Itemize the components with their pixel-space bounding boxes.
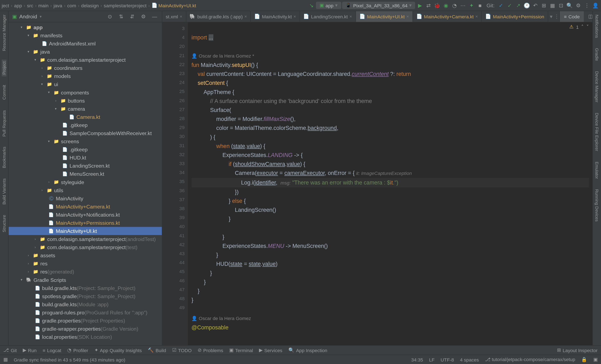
indent-setting[interactable]: 4 spaces — [460, 357, 479, 362]
git-update-icon[interactable]: ✓ — [497, 1, 505, 9]
crumb[interactable]: delasign — [81, 3, 99, 8]
git-push-icon[interactable]: ↗ — [514, 1, 522, 9]
close-icon[interactable]: × — [293, 14, 296, 19]
tree-manifests[interactable]: ▾📁manifests — [9, 31, 162, 39]
memory-icon[interactable]: ▣ — [593, 357, 598, 363]
tab-main-activity-ui[interactable]: 📄MainActivity+UI.kt× — [356, 11, 413, 22]
panel-title[interactable]: Android — [20, 14, 37, 19]
tree-wrapper-props[interactable]: 📄gradle-wrapper.properties (Gradle Versi… — [9, 325, 162, 333]
tree-java[interactable]: ▾📁java — [9, 48, 162, 56]
debug-button[interactable]: 🐞 — [433, 1, 441, 9]
tree-buttons[interactable]: ›📁buttons — [9, 96, 162, 105]
cursor-position[interactable]: 34:35 — [411, 357, 423, 362]
tab-build-gradle[interactable]: 🐘build.gradle.kts (:app)× — [186, 11, 251, 22]
tree-gradle-props[interactable]: 📄gradle.properties (Project Properties) — [9, 316, 162, 325]
device-selector[interactable]: 📱 Pixel_3a_API_33_x86_64 ▾ — [342, 2, 415, 9]
tree-gitkeep2[interactable]: 📄.gitkeep — [9, 145, 162, 153]
apply-changes-icon[interactable]: ⇄ — [425, 1, 432, 9]
device-manager-tab[interactable]: Device Manager — [594, 70, 599, 104]
expand-icon[interactable]: ⇅ — [117, 13, 125, 20]
tree-gitkeep[interactable]: 📄.gitkeep — [9, 121, 162, 129]
tree-ui[interactable]: ▾📁ui — [9, 80, 162, 88]
tree-utils[interactable]: ›📁utils — [9, 186, 162, 194]
settings-icon[interactable]: ⚙ — [574, 1, 582, 9]
commit-tab[interactable]: Commit — [2, 83, 7, 101]
running-devices-tab[interactable]: Running Devices — [594, 187, 599, 223]
tree-assets[interactable]: ›📁assets — [9, 251, 162, 259]
notifications-tab[interactable]: Notifications — [594, 13, 599, 40]
editor-status-widget[interactable]: ⚠1 ˄ ˅ — [569, 24, 589, 30]
build-tool-window[interactable]: 🔨Build — [148, 347, 166, 353]
more-icon[interactable]: ✦ — [468, 1, 475, 9]
tab-landing-screen[interactable]: 📄LandingScreen.kt× — [300, 11, 356, 22]
tree-screens[interactable]: ▾📁screens — [9, 137, 162, 145]
next-highlight-icon[interactable]: ˅ — [586, 24, 589, 30]
select-opened-icon[interactable]: ⊙ — [106, 13, 114, 20]
tab-main-activity-camera[interactable]: 📄MainActivity+Camera.kt× — [413, 11, 482, 22]
tree-sample-composable[interactable]: 📄SampleComposableWithReceiver.kt — [9, 129, 162, 137]
crumb[interactable]: samplestarterproject — [104, 3, 147, 8]
logcat-tool-window[interactable]: ≡Logcat — [43, 347, 61, 353]
todo-tool-window[interactable]: ☑TODO — [172, 347, 192, 353]
tree-ma-perm[interactable]: 📄MainActivity+Permissions.kt — [9, 219, 162, 227]
tree-menu[interactable]: 📄MenuScreen.kt — [9, 170, 162, 178]
account-icon[interactable]: 👤 — [592, 1, 599, 9]
tree-camera-kt[interactable]: 📄Camera.kt — [9, 113, 162, 121]
tree-proguard[interactable]: 📄proguard-rules.pro (ProGuard Rules for … — [9, 308, 162, 316]
prev-highlight-icon[interactable]: ˄ — [581, 24, 584, 30]
tree-pkg[interactable]: ▾📁com.delasign.samplestarterproject — [9, 56, 162, 64]
tree-styleguide[interactable]: ›📁styleguide — [9, 178, 162, 186]
tree-pkg-test[interactable]: ›📁com.delasign.samplestarterproject (tes… — [9, 243, 162, 251]
structure-tab[interactable]: Structure — [2, 213, 7, 234]
tree-hud[interactable]: 📄HUD.kt — [9, 153, 162, 162]
git-tool-window[interactable]: ⎇Git — [3, 347, 17, 353]
crumb[interactable]: src — [27, 3, 33, 8]
git-branch[interactable]: ⎇ tutorial/jetpack-compose/camerax/setup — [485, 357, 575, 363]
tree-pkg-android-test[interactable]: ›📁com.delasign.samplestarterproject (and… — [9, 235, 162, 243]
gradle-tab[interactable]: Gradle — [594, 47, 599, 63]
crumb[interactable]: ject — [2, 3, 9, 8]
resource-icon[interactable]: ⊡ — [557, 1, 565, 9]
tree-ma-camera[interactable]: 📄MainActivity+Camera.kt — [9, 202, 162, 211]
history-icon[interactable]: 🕐 — [523, 1, 531, 9]
tree-landing[interactable]: 📄LandingScreen.kt — [9, 162, 162, 170]
sync-icon[interactable]: ↘ — [308, 1, 315, 9]
terminal-tool-window[interactable]: ▣Terminal — [229, 347, 253, 353]
rollback-icon[interactable]: ↶ — [531, 1, 539, 9]
build-variants-tab[interactable]: Build Variants — [2, 177, 7, 206]
run-button[interactable]: ▶ — [416, 1, 424, 9]
hide-icon[interactable]: — — [151, 13, 158, 20]
tree-res[interactable]: ›📁res — [9, 259, 162, 268]
tree-camera[interactable]: ▾📁camera — [9, 105, 162, 113]
emulator-tab[interactable]: Emulator — [594, 160, 599, 181]
crumb[interactable]: com — [67, 3, 76, 8]
resource-manager-tab[interactable]: Resource Manager — [2, 13, 7, 53]
avd-icon[interactable]: ⊞ — [540, 1, 548, 9]
sdk-icon[interactable]: ▦ — [549, 1, 556, 9]
profile-icon[interactable]: ◔ — [451, 1, 458, 9]
view-split-button[interactable]: ◫Split — [584, 11, 592, 22]
tree-coordinators[interactable]: ›📁coordinators — [9, 64, 162, 72]
tree-gradle-scripts[interactable]: ▾🐘Gradle Scripts — [9, 276, 162, 284]
problems-tool-window[interactable]: ⊘Problems — [198, 347, 223, 353]
overflow-icon[interactable]: ⋮ — [583, 1, 591, 9]
coverage-icon[interactable]: ◉ — [442, 1, 450, 9]
attach-icon[interactable]: ⋯ — [459, 1, 467, 9]
profiler-tool-window[interactable]: ◔Profiler — [67, 347, 88, 353]
git-commit-icon[interactable]: ✓ — [506, 1, 513, 9]
file-encoding[interactable]: UTF-8 — [441, 357, 454, 362]
code-editor[interactable]: import ... 👤 Oscar de la Hera Gomez * fu… — [188, 22, 592, 345]
quality-tool-window[interactable]: ✦App Quality Insights — [94, 347, 142, 353]
tree-app[interactable]: ▾📁app — [9, 23, 162, 31]
tree-main-activity[interactable]: ⒸMainActivity — [9, 194, 162, 202]
close-icon[interactable]: × — [407, 14, 409, 19]
search-icon[interactable]: 🔍 — [566, 1, 573, 9]
tree-local-props[interactable]: 📄local.properties (SDK Location) — [9, 333, 162, 341]
close-icon[interactable]: × — [350, 14, 352, 19]
project-tab[interactable]: Project — [2, 60, 7, 76]
tree-res-gen[interactable]: ›📁res (generated) — [9, 268, 162, 276]
tree-build-gradle2[interactable]: 📄build.gradle.kts (Module :app) — [9, 300, 162, 308]
crumb-file[interactable]: MainActivity+UI.kt — [158, 3, 196, 8]
bookmarks-tab[interactable]: Bookmarks — [2, 145, 7, 170]
tool-window-icon[interactable]: ▦ — [3, 357, 8, 363]
